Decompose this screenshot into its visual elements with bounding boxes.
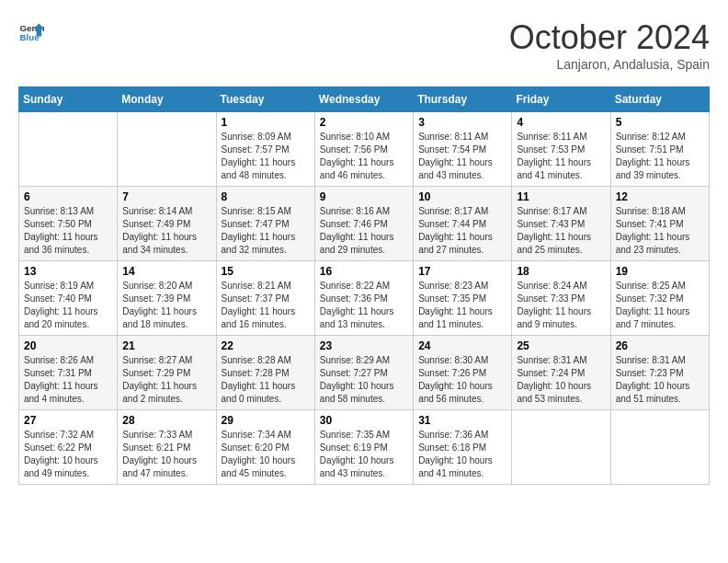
day-info: Sunrise: 8:21 AM Sunset: 7:37 PM Dayligh… [222,280,310,331]
calendar-cell: 7Sunrise: 8:14 AM Sunset: 7:49 PM Daylig… [118,187,216,261]
calendar-cell: 31Sunrise: 7:36 AM Sunset: 6:18 PM Dayli… [414,410,512,485]
day-number: 24 [418,339,506,352]
calendar-week-row: 13Sunrise: 8:19 AM Sunset: 7:40 PM Dayli… [19,261,710,336]
day-info: Sunrise: 8:28 AM Sunset: 7:28 PM Dayligh… [222,354,310,406]
day-info: Sunrise: 8:27 AM Sunset: 7:29 PM Dayligh… [122,354,210,406]
day-info: Sunrise: 8:24 AM Sunset: 7:33 PM Dayligh… [517,280,605,331]
calendar-cell: 13Sunrise: 8:19 AM Sunset: 7:40 PM Dayli… [19,261,118,336]
day-number: 4 [517,116,605,129]
calendar-week-row: 6Sunrise: 8:13 AM Sunset: 7:50 PM Daylig… [19,187,710,261]
calendar-cell: 4Sunrise: 8:11 AM Sunset: 7:53 PM Daylig… [512,112,610,187]
day-info: Sunrise: 7:35 AM Sunset: 6:19 PM Dayligh… [320,429,408,480]
day-number: 15 [222,265,310,278]
calendar-cell: 14Sunrise: 8:20 AM Sunset: 7:39 PM Dayli… [118,261,216,336]
calendar-cell: 3Sunrise: 8:11 AM Sunset: 7:54 PM Daylig… [414,112,512,187]
location-subtitle: Lanjaron, Andalusia, Spain [509,57,710,72]
calendar-cell: 29Sunrise: 7:34 AM Sunset: 6:20 PM Dayli… [216,410,314,485]
title-area: October 2024 Lanjaron, Andalusia, Spain [509,18,710,72]
day-info: Sunrise: 7:32 AM Sunset: 6:22 PM Dayligh… [24,429,112,480]
days-header-row: SundayMondayTuesdayWednesdayThursdayFrid… [19,87,710,112]
day-number: 5 [616,116,704,129]
day-info: Sunrise: 8:19 AM Sunset: 7:40 PM Dayligh… [24,280,112,331]
day-number: 8 [222,190,310,203]
calendar-cell: 26Sunrise: 8:31 AM Sunset: 7:23 PM Dayli… [610,336,709,410]
calendar-cell: 16Sunrise: 8:22 AM Sunset: 7:36 PM Dayli… [314,261,413,336]
day-number: 30 [320,414,408,427]
day-number: 25 [517,339,605,352]
day-number: 11 [517,190,605,203]
day-info: Sunrise: 8:20 AM Sunset: 7:39 PM Dayligh… [122,280,210,331]
day-number: 22 [222,339,310,352]
logo: General Blue [18,18,44,44]
calendar-table: SundayMondayTuesdayWednesdayThursdayFrid… [18,86,710,485]
day-number: 6 [24,190,112,203]
calendar-cell: 24Sunrise: 8:30 AM Sunset: 7:26 PM Dayli… [414,336,512,410]
calendar-cell [118,112,216,187]
day-number: 17 [418,265,506,278]
day-info: Sunrise: 8:25 AM Sunset: 7:32 PM Dayligh… [616,280,704,331]
calendar-cell: 11Sunrise: 8:17 AM Sunset: 7:43 PM Dayli… [512,187,610,261]
calendar-cell: 27Sunrise: 7:32 AM Sunset: 6:22 PM Dayli… [19,410,118,485]
calendar-cell: 1Sunrise: 8:09 AM Sunset: 7:57 PM Daylig… [216,112,314,187]
day-number: 3 [418,116,506,129]
day-number: 23 [320,339,408,352]
day-header-wednesday: Wednesday [314,87,413,112]
calendar-cell: 10Sunrise: 8:17 AM Sunset: 7:44 PM Dayli… [414,187,512,261]
day-info: Sunrise: 8:11 AM Sunset: 7:54 PM Dayligh… [418,131,506,182]
calendar-cell: 12Sunrise: 8:18 AM Sunset: 7:41 PM Dayli… [610,187,709,261]
day-header-sunday: Sunday [19,87,118,112]
day-info: Sunrise: 8:12 AM Sunset: 7:51 PM Dayligh… [616,131,704,182]
calendar-cell: 6Sunrise: 8:13 AM Sunset: 7:50 PM Daylig… [19,187,118,261]
day-info: Sunrise: 8:11 AM Sunset: 7:53 PM Dayligh… [517,131,605,182]
day-number: 7 [122,190,210,203]
day-number: 20 [24,339,112,352]
calendar-cell [610,410,709,485]
calendar-cell: 18Sunrise: 8:24 AM Sunset: 7:33 PM Dayli… [512,261,610,336]
calendar-cell: 23Sunrise: 8:29 AM Sunset: 7:27 PM Dayli… [314,336,413,410]
calendar-cell: 2Sunrise: 8:10 AM Sunset: 7:56 PM Daylig… [314,112,413,187]
calendar-cell: 9Sunrise: 8:16 AM Sunset: 7:46 PM Daylig… [314,187,413,261]
calendar-cell [512,410,610,485]
calendar-cell: 20Sunrise: 8:26 AM Sunset: 7:31 PM Dayli… [19,336,118,410]
calendar-cell: 5Sunrise: 8:12 AM Sunset: 7:51 PM Daylig… [610,112,709,187]
day-number: 1 [222,116,310,129]
day-info: Sunrise: 8:31 AM Sunset: 7:24 PM Dayligh… [517,354,605,406]
calendar-cell: 17Sunrise: 8:23 AM Sunset: 7:35 PM Dayli… [414,261,512,336]
calendar-week-row: 1Sunrise: 8:09 AM Sunset: 7:57 PM Daylig… [19,112,710,187]
day-info: Sunrise: 8:26 AM Sunset: 7:31 PM Dayligh… [24,354,112,406]
day-number: 19 [616,265,704,278]
day-info: Sunrise: 7:33 AM Sunset: 6:21 PM Dayligh… [122,429,210,480]
calendar-cell: 21Sunrise: 8:27 AM Sunset: 7:29 PM Dayli… [118,336,216,410]
calendar-cell: 28Sunrise: 7:33 AM Sunset: 6:21 PM Dayli… [118,410,216,485]
day-number: 21 [122,339,210,352]
day-number: 29 [222,414,310,427]
day-info: Sunrise: 8:09 AM Sunset: 7:57 PM Dayligh… [222,131,310,182]
day-number: 26 [616,339,704,352]
day-info: Sunrise: 8:31 AM Sunset: 7:23 PM Dayligh… [616,354,704,406]
day-info: Sunrise: 8:22 AM Sunset: 7:36 PM Dayligh… [320,280,408,331]
day-number: 2 [320,116,408,129]
day-info: Sunrise: 8:30 AM Sunset: 7:26 PM Dayligh… [418,354,506,406]
day-info: Sunrise: 8:14 AM Sunset: 7:49 PM Dayligh… [122,205,210,257]
day-number: 27 [24,414,112,427]
day-info: Sunrise: 8:13 AM Sunset: 7:50 PM Dayligh… [24,205,112,257]
day-info: Sunrise: 8:17 AM Sunset: 7:44 PM Dayligh… [418,205,506,257]
day-number: 9 [320,190,408,203]
day-info: Sunrise: 8:29 AM Sunset: 7:27 PM Dayligh… [320,354,408,406]
day-info: Sunrise: 8:18 AM Sunset: 7:41 PM Dayligh… [616,205,704,257]
day-info: Sunrise: 8:23 AM Sunset: 7:35 PM Dayligh… [418,280,506,331]
day-info: Sunrise: 7:34 AM Sunset: 6:20 PM Dayligh… [222,429,310,480]
calendar-cell: 19Sunrise: 8:25 AM Sunset: 7:32 PM Dayli… [610,261,709,336]
day-info: Sunrise: 7:36 AM Sunset: 6:18 PM Dayligh… [418,429,506,480]
month-title: October 2024 [509,18,710,57]
day-info: Sunrise: 8:16 AM Sunset: 7:46 PM Dayligh… [320,205,408,257]
day-header-monday: Monday [118,87,216,112]
day-number: 12 [616,190,704,203]
day-header-thursday: Thursday [414,87,512,112]
calendar-cell: 22Sunrise: 8:28 AM Sunset: 7:28 PM Dayli… [216,336,314,410]
day-header-friday: Friday [512,87,610,112]
day-info: Sunrise: 8:15 AM Sunset: 7:47 PM Dayligh… [222,205,310,257]
day-header-saturday: Saturday [610,87,709,112]
calendar-cell: 15Sunrise: 8:21 AM Sunset: 7:37 PM Dayli… [216,261,314,336]
calendar-cell: 30Sunrise: 7:35 AM Sunset: 6:19 PM Dayli… [314,410,413,485]
